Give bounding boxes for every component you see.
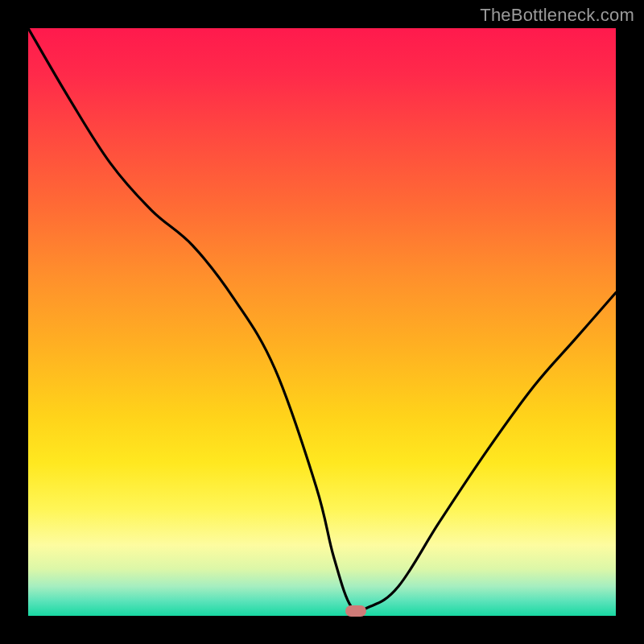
watermark-text: TheBottleneck.com: [480, 5, 634, 26]
bottleneck-curve: [28, 28, 616, 616]
chart-stage: TheBottleneck.com: [0, 0, 644, 644]
plot-area: [28, 28, 616, 616]
optimal-marker: [345, 605, 366, 617]
